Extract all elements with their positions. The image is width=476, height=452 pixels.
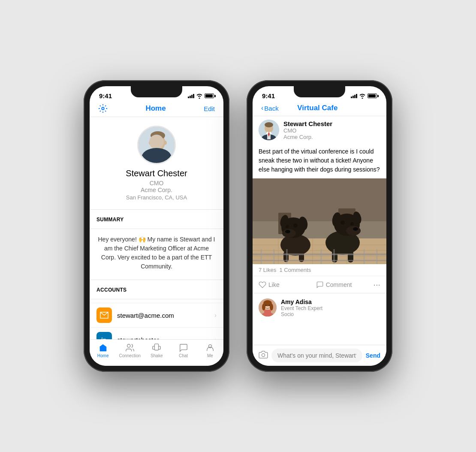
commenter-company: Socio [281,311,322,317]
post-author-company: Acme Corp. [283,134,380,140]
like-button[interactable]: Like [259,281,316,289]
send-button[interactable]: Send [366,352,380,359]
svg-rect-59 [253,253,386,255]
email-chevron: › [214,312,217,319]
commenter-info: Amy Adisa Event Tech Expert Socio [281,298,322,317]
signal-bars-right [351,94,357,98]
right-phone: 9:41 [247,80,392,372]
post-text: Best part of the virtual conference is I… [253,145,386,178]
profile-company: Acme Corp. [141,187,172,193]
wifi-icon-right [359,93,366,99]
account-email-row[interactable]: stewart@acme.com › [90,303,223,327]
camera-icon[interactable] [259,351,268,361]
svg-rect-4 [155,151,161,163]
left-phone: 9:41 [84,80,229,372]
email-icon [96,307,112,323]
back-button[interactable]: ‹ Back [261,104,279,112]
likes-count: 7 Likes [259,267,276,273]
linkedin-handle: stewartchester [117,336,214,340]
nav-bar-left: Home Edit [90,101,223,117]
profile-content: Stewart Chester CMO Acme Corp. San Franc… [90,117,223,339]
profile-location: San Francisco, CA, USA [126,194,187,201]
svg-point-74 [265,305,267,306]
message-input[interactable] [271,349,362,362]
tab-me-label: Me [207,353,213,358]
svg-point-7 [151,131,165,140]
cafe-content: Stewart Chester CMO Acme Corp. Best part… [253,116,386,345]
tab-home-label: Home [97,353,109,358]
post-image [253,178,386,264]
tab-chat-label: Chat [179,353,188,358]
status-icons-left [188,93,214,99]
svg-rect-18 [155,344,159,350]
nav-bar-right: ‹ Back Virtual Cafe [253,101,386,116]
svg-point-43 [293,223,298,228]
svg-rect-36 [253,178,386,221]
comment-row: Amy Adisa Event Tech Expert Socio [259,298,380,317]
svg-point-9 [163,141,167,145]
notch-right [294,86,345,97]
divider-accounts-2 [90,299,223,299]
edit-button[interactable]: Edit [204,105,215,112]
svg-rect-76 [264,310,271,316]
tab-me[interactable]: Me [199,343,221,358]
svg-point-51 [346,226,361,235]
post-author-header: Stewart Chester CMO Acme Corp. [253,116,386,145]
svg-marker-5 [157,151,159,161]
tab-connection-label: Connection [119,353,141,358]
action-row: Like Comment ··· [253,276,386,293]
tab-shake-label: Shake [151,353,163,358]
svg-point-53 [340,220,345,225]
account-linkedin-row[interactable]: in stewartchester › [90,327,223,339]
svg-point-11 [160,141,161,143]
svg-point-24 [265,122,273,127]
settings-icon[interactable] [98,104,108,113]
svg-point-54 [350,222,354,226]
commenter-title: Event Tech Expert [281,305,322,311]
avatar-image [139,127,175,163]
phone-frame-left: 9:41 [84,80,229,372]
comment-section: Amy Adisa Event Tech Expert Socio [253,293,386,322]
profile-title: CMO [150,180,164,187]
svg-point-52 [353,227,358,231]
commenter-avatar [259,298,277,316]
tab-connection[interactable]: Connection [119,343,141,358]
tab-home[interactable]: Home [92,343,114,358]
wifi-icon-left [196,93,203,99]
tab-chat[interactable]: Chat [173,343,194,358]
phone-screen-left: 9:41 [90,86,223,366]
reactions-row: 7 Likes 1 Comments [253,264,386,276]
post-author-name: Stewart Chester [283,120,380,127]
svg-point-0 [102,107,104,110]
signal-bars-left [188,94,194,98]
svg-point-8 [149,141,152,145]
battery-icon-right [368,93,377,98]
back-chevron: ‹ [261,104,263,112]
back-label: Back [264,105,278,112]
svg-point-17 [127,344,130,347]
accounts-label: ACCOUNTS [90,283,223,295]
status-time-left: 9:41 [99,92,112,99]
divider-summary [90,209,223,210]
svg-point-42 [285,230,290,233]
svg-point-3 [143,151,173,163]
linkedin-icon: in [96,332,112,339]
battery-icon-left [205,93,214,98]
phone-frame-right: 9:41 [247,80,392,372]
comments-count: 1 Comments [279,267,311,273]
status-icons-right [351,93,377,99]
virtual-cafe-title: Virtual Cafe [297,104,337,112]
svg-point-77 [262,353,265,356]
tab-shake[interactable]: Shake [146,343,167,358]
email-handle: stewart@acme.com [117,312,214,319]
comment-button[interactable]: Comment [316,281,374,289]
home-nav-title: Home [145,104,166,113]
svg-point-10 [154,141,156,143]
more-options-button[interactable]: ··· [373,280,380,289]
phone-screen-right: 9:41 [253,86,386,366]
summary-text: Hey everyone! 🙌 My name is Stewart and I… [90,232,223,276]
svg-rect-60 [253,260,386,261]
divider-accounts [90,280,223,280]
notch-left [131,86,182,97]
post-author-info: Stewart Chester CMO Acme Corp. [283,120,380,140]
